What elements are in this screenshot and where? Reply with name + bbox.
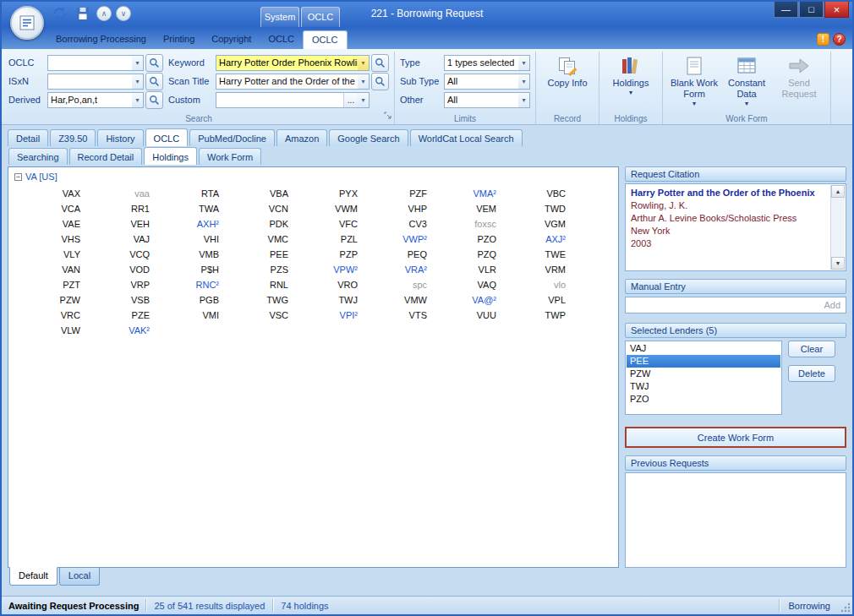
copy-info-button[interactable]: Copy Info [541,53,594,109]
scan-title-search-button[interactable] [371,73,389,90]
holding-symbol[interactable]: VHS [25,234,94,244]
holding-symbol[interactable]: VUU [441,310,510,320]
tab-detail[interactable]: Detail [8,129,48,146]
derived-search-button[interactable] [145,91,163,109]
tab-holdings[interactable]: Holdings [144,147,197,165]
lenders-listbox[interactable]: VAJPEEPZWTWJPZO [625,341,782,415]
holding-symbol[interactable]: VAJ [94,234,163,244]
holding-symbol[interactable]: CV3 [371,219,441,229]
holding-symbol[interactable]: RTA [163,188,233,199]
holding-symbol[interactable]: VRM [510,264,579,275]
alert-icon[interactable]: ! [817,33,829,46]
holding-symbol[interactable]: PZT [25,280,94,290]
holding-symbol[interactable]: RR1 [94,204,163,214]
manual-entry-input[interactable]: Add [625,297,846,313]
ellipsis-button[interactable]: ... [343,93,358,107]
holding-symbol[interactable]: TWP [510,310,579,320]
collapse-icon[interactable]: − [14,173,22,181]
holding-symbol[interactable]: VMW [371,295,441,305]
maximize-button[interactable]: □ [799,2,824,18]
lender-item[interactable]: PZW [627,368,780,380]
holding-symbol[interactable]: TWD [510,204,579,214]
delete-button[interactable]: Delete [788,365,835,382]
tab-record-detail[interactable]: Record Detail [69,148,143,165]
create-work-form-button[interactable]: Create Work Form [625,427,846,448]
ribbon-tab-printing[interactable]: Printing [155,30,203,49]
lender-item[interactable]: PZO [627,393,780,406]
holding-symbol[interactable]: VWP² [371,234,441,244]
chevron-down-icon[interactable]: ▾ [132,93,143,107]
holding-symbol[interactable]: VOD [94,264,163,275]
chevron-down-icon[interactable]: ▾ [358,93,369,107]
holding-symbol[interactable]: PEE [233,249,302,259]
scroll-down-icon[interactable]: ▼ [831,257,845,270]
holding-symbol[interactable]: PZE [94,310,163,320]
holding-symbol[interactable]: VPI² [302,310,371,320]
holding-symbol[interactable]: PZF [371,188,441,199]
holding-symbol[interactable]: VBA [233,188,302,199]
save-icon[interactable] [74,4,92,23]
holding-symbol[interactable]: vaa [94,188,163,199]
ribbon-tab-copyright[interactable]: Copyright [203,30,260,49]
holding-symbol[interactable]: foxsc [441,219,510,229]
holding-symbol[interactable]: PYX [302,188,371,199]
isxn-combobox[interactable]: ▾ [47,74,144,90]
holding-symbol[interactable]: PZS [233,264,302,275]
holding-symbol[interactable]: PZL [302,234,371,244]
holding-symbol[interactable]: VRO [302,280,371,290]
tab-google-search[interactable]: Google Search [329,129,408,146]
tab-history[interactable]: History [97,129,143,146]
holding-symbol[interactable]: TWJ [302,295,371,305]
help-icon[interactable]: ? [833,33,846,46]
tab-searching[interactable]: Searching [8,148,68,165]
holding-symbol[interactable]: VRP [94,280,163,290]
refresh-icon[interactable] [51,4,69,23]
holding-symbol[interactable]: PZP [302,249,371,259]
add-button[interactable]: Add [824,300,840,310]
holding-symbol[interactable]: PZW [25,295,94,305]
chevron-down-icon[interactable]: ▾ [132,74,143,89]
holding-symbol[interactable]: VFC [302,219,371,229]
holding-symbol[interactable]: VA@² [441,295,510,305]
holding-symbol[interactable]: PZQ [441,249,510,259]
holding-symbol[interactable]: VLR [441,264,510,275]
holding-symbol[interactable]: spc [371,280,441,290]
tab-work-form[interactable]: Work Form [199,148,261,165]
scan-title-combobox[interactable]: Harry Potter and the Order of the ... ▾ [216,74,370,90]
tab-amazon[interactable]: Amazon [276,129,327,146]
tab-pubmed-docline[interactable]: PubMed/Docline [189,129,275,146]
chevron-down-icon[interactable]: ▾ [132,56,143,70]
holding-symbol[interactable]: VAX [25,188,94,199]
scroll-up-icon[interactable]: ▲ [831,185,845,198]
lender-item[interactable]: TWJ [627,380,780,393]
holding-symbol[interactable]: VHI [163,234,233,244]
context-group-oclc[interactable]: OCLC [301,7,340,27]
dialog-launcher-icon[interactable] [384,107,391,123]
holding-symbol[interactable]: AXJ² [510,234,579,244]
holding-symbol[interactable]: VCQ [94,249,163,259]
send-request-button[interactable]: Send Request [773,53,825,109]
holding-symbol[interactable]: VMB [163,249,233,259]
chevron-down-icon[interactable]: ▾ [358,74,369,89]
holding-symbol[interactable]: VPL [510,295,579,305]
holding-symbol[interactable]: VMI [163,310,233,320]
ribbon-tab-oclc[interactable]: OCLC [303,30,348,49]
holding-symbol[interactable]: VHP [371,204,441,214]
holding-symbol[interactable]: VMA² [441,188,510,199]
ribbon-tab-oclc-system[interactable]: OCLC [260,30,303,49]
holding-symbol[interactable]: VGM [510,219,579,229]
holding-symbol[interactable]: PGB [163,295,233,305]
chevron-down-icon[interactable]: ▾ [358,56,369,70]
oclc-search-button[interactable] [145,54,163,72]
tab-default[interactable]: Default [9,567,57,586]
oclc-combobox[interactable]: ▾ [47,55,144,71]
holding-symbol[interactable]: VAN [25,264,94,275]
derived-combobox[interactable]: Har,Po,an,t ▾ [47,92,144,108]
holding-symbol[interactable]: VAK² [94,325,163,335]
tab-worldcat-local-search[interactable]: WorldCat Local Search [410,129,523,146]
type-combobox[interactable]: 1 types selected ▾ [444,55,530,71]
sub-type-combobox[interactable]: All ▾ [444,74,530,90]
chevron-down-icon[interactable]: ▾ [518,56,529,70]
holding-symbol[interactable]: VCN [233,204,302,214]
nav-up-icon[interactable]: ∧ [96,6,112,21]
